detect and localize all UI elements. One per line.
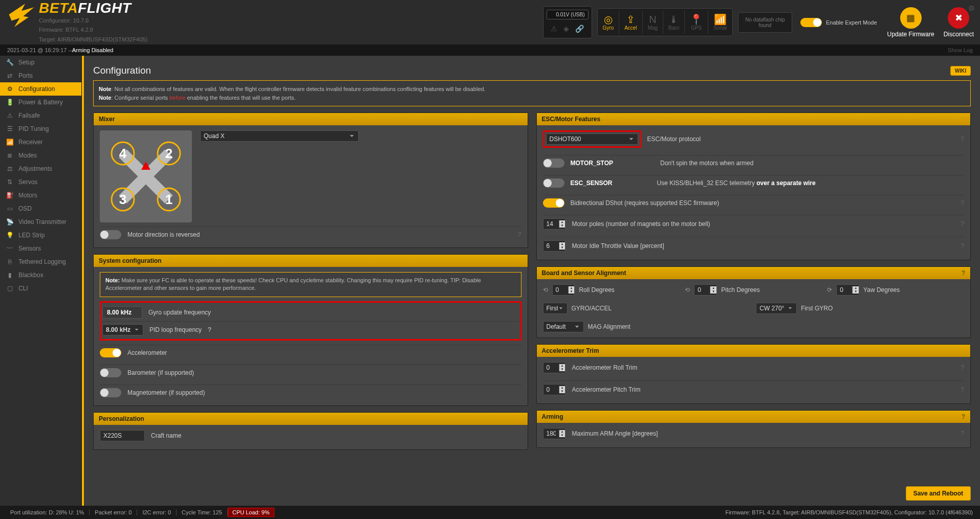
footer-bar: Port utilization: D: 28% U: 1% Packet er… (0, 506, 980, 519)
accel-pitch-trim-label: Accelerometer Pitch Trim (572, 386, 640, 393)
expert-mode-label: Enable Expert Mode (826, 19, 877, 26)
help-icon[interactable]: ? (962, 269, 965, 277)
settings-gear-icon[interactable]: ⚙ (968, 4, 975, 12)
roll-degrees-input[interactable]: ▲▼ (552, 284, 575, 296)
sidebar-item-motors[interactable]: ⛽Motors (0, 189, 81, 202)
chip-icon: ▦ (900, 7, 922, 29)
sensor-label: GPS (691, 25, 702, 31)
sidebar-item-osd[interactable]: ▭OSD (0, 202, 81, 215)
accel-pitch-trim-input[interactable]: ▲▼ (543, 384, 566, 395)
first-gyro-select[interactable]: CW 270° (756, 303, 797, 314)
help-icon[interactable]: ? (208, 326, 211, 333)
mag-align-select[interactable]: Default (543, 321, 584, 332)
personalization-title: Personalization (99, 415, 144, 422)
first-gyro-label: First GYRO (801, 305, 833, 312)
sidebar-item-servos[interactable]: ⇅Servos (0, 175, 81, 189)
sidebar-item-led-strip[interactable]: 💡LED Strip (0, 229, 81, 242)
craft-name-input[interactable] (100, 430, 145, 441)
help-icon[interactable]: ? (961, 386, 964, 393)
barometer-toggle[interactable] (100, 368, 121, 377)
logo-block: BETAFLIGHT Configurator: 10.7.0 Firmware… (7, 1, 147, 43)
expert-mode-toggle[interactable] (800, 18, 822, 27)
sidebar-item-receiver[interactable]: 📶Receiver (0, 136, 81, 149)
help-icon[interactable]: ? (518, 231, 521, 238)
sidebar-item-sensors[interactable]: 〰Sensors (0, 242, 81, 255)
help-icon[interactable]: ? (961, 220, 964, 228)
sidebar-item-adjustments[interactable]: ⚖Adjustments (0, 162, 81, 175)
motor-direction-toggle[interactable] (100, 230, 121, 239)
mixer-panel: Mixer 42 (93, 112, 528, 248)
sidebar-item-video-transmitter[interactable]: 📡Video Transmitter (0, 215, 81, 229)
sidebar-item-label: Servos (18, 178, 37, 186)
motor-poles-input[interactable]: ▲▼ (543, 218, 566, 230)
motor-direction-label: Motor direction is reversed (127, 231, 200, 238)
pitch-degrees-input[interactable]: ▲▼ (694, 284, 717, 296)
accel-roll-trim-label: Accelerometer Roll Trim (572, 364, 637, 371)
sidebar-item-pid-tuning[interactable]: ☰PID Tuning (0, 122, 81, 136)
sidebar-item-label: Motors (18, 192, 37, 199)
esc-protocol-select[interactable]: DSHOT600 (546, 133, 638, 145)
sidebar-icon: ⚠ (6, 112, 13, 119)
sidebar-icon: ☰ (6, 125, 13, 132)
gyro-accel-label: GYRO/ACCEL (572, 305, 612, 312)
app-header: ⚙ BETAFLIGHT Configurator: 10.7.0 Firmwa… (0, 0, 980, 44)
motor-stop-toggle[interactable] (543, 159, 564, 168)
sensor-accel: ⇪Accel (619, 11, 642, 34)
sidebar-item-label: Video Transmitter (18, 218, 67, 225)
sidebar-icon: ⎘ (6, 258, 13, 265)
max-arm-angle-label: Maximum ARM Angle [degrees] (572, 430, 658, 437)
help-icon[interactable]: ? (961, 136, 964, 143)
packet-error: Packet error: 0 (90, 509, 137, 515)
sensor-mag: NMag (643, 11, 663, 34)
sidebar-item-cli[interactable]: ▢CLI (0, 282, 81, 295)
gyro-accel-select[interactable]: First (543, 303, 568, 314)
sidebar-item-label: Ports (18, 72, 33, 79)
magnetometer-toggle[interactable] (100, 388, 121, 397)
accel-trim-title: Accelerometer Trim (542, 347, 599, 354)
sidebar-icon: ▭ (6, 205, 13, 212)
board-alignment-panel: Board and Sensor Alignment? ⟲▲▼Roll Degr… (536, 266, 971, 338)
pitch-icon: ⟲ (685, 286, 690, 294)
sidebar-item-configuration[interactable]: ⚙Configuration (0, 82, 81, 96)
help-icon[interactable]: ? (961, 242, 964, 250)
help-icon[interactable]: ? (961, 364, 964, 371)
voltage-indicator-box: 0.01V (USB) ⚠ ◈ 🔗 (543, 6, 592, 38)
show-log-button[interactable]: Show Log (948, 47, 973, 53)
arming-title: Arming (542, 413, 563, 420)
wiki-button[interactable]: WIKI (950, 66, 971, 76)
link-icon: 🔗 (575, 25, 584, 33)
help-icon[interactable]: ? (962, 413, 965, 420)
pid-loop-select[interactable]: 8.00 kHz (102, 324, 143, 335)
sidebar-item-label: Power & Battery (18, 99, 63, 106)
help-icon[interactable]: ? (961, 199, 964, 207)
accel-trim-panel: Accelerometer Trim ▲▼Accelerometer Roll … (536, 344, 971, 404)
bidir-dshot-toggle[interactable] (543, 198, 564, 208)
update-firmware-button[interactable]: ▦ Update Firmware (885, 7, 937, 38)
mixer-select[interactable]: Quad X (200, 130, 359, 142)
save-reboot-button[interactable]: Save and Reboot (906, 486, 971, 501)
update-firmware-label: Update Firmware (887, 31, 934, 38)
sidebar-nav: 🔧Setup⇄Ports⚙Configuration🔋Power & Batte… (0, 56, 82, 506)
max-arm-angle-input[interactable]: ▲▼ (543, 428, 566, 439)
help-icon[interactable]: ? (961, 430, 964, 437)
app-title: BETAFLIGHT (39, 1, 147, 15)
svg-text:4: 4 (119, 146, 127, 161)
esc-sensor-toggle[interactable] (543, 178, 564, 188)
sidebar-item-power-battery[interactable]: 🔋Power & Battery (0, 96, 81, 109)
sidebar-icon: ▮ (6, 272, 13, 279)
yaw-degrees-input[interactable]: ▲▼ (836, 284, 859, 296)
sidebar-item-setup[interactable]: 🔧Setup (0, 56, 81, 69)
sidebar-item-tethered-logging[interactable]: ⎘Tethered Logging (0, 255, 81, 268)
sidebar-item-failsafe[interactable]: ⚠Failsafe (0, 109, 81, 122)
motor-idle-input[interactable]: ▲▼ (543, 240, 566, 252)
sidebar-item-modes[interactable]: ≣Modes (0, 149, 81, 162)
sidebar-item-blackbox[interactable]: ▮Blackbox (0, 268, 81, 282)
sidebar-item-ports[interactable]: ⇄Ports (0, 69, 81, 82)
sidebar-icon: ≣ (6, 152, 13, 159)
footer-version: Firmware: BTFL 4.2.8, Target: AIRB/OMNIB… (723, 509, 975, 515)
accel-roll-trim-input[interactable]: ▲▼ (543, 362, 566, 373)
svg-text:1: 1 (165, 192, 172, 207)
accelerometer-toggle[interactable] (100, 348, 121, 357)
sensor-icon: 🌡 (669, 14, 679, 25)
sensor-label: Baro (668, 25, 679, 31)
